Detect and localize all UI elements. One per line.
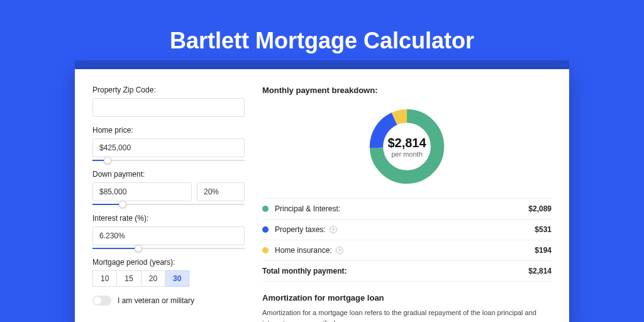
down-payment-field: Down payment: xyxy=(92,170,245,205)
dot-icon xyxy=(262,226,269,233)
legend-row-taxes: Property taxes: ? $531 xyxy=(262,219,552,240)
donut-chart-wrap: $2,814 per month xyxy=(262,101,552,198)
legend: Principal & Interest: $2,089 Property ta… xyxy=(262,198,552,282)
info-icon[interactable]: ? xyxy=(336,247,343,254)
zip-label: Property Zip Code: xyxy=(92,86,245,94)
page-title: Bartlett Mortgage Calculator xyxy=(0,0,644,69)
down-payment-pct-input[interactable] xyxy=(197,182,245,201)
period-field: Mortgage period (years): 10 15 20 30 xyxy=(92,258,245,287)
legend-value: $531 xyxy=(535,225,552,234)
home-price-field: Home price: xyxy=(92,126,245,161)
zip-field: Property Zip Code: xyxy=(92,86,245,117)
rate-slider[interactable] xyxy=(92,248,245,249)
zip-input[interactable] xyxy=(92,98,245,117)
home-price-input[interactable] xyxy=(92,138,245,157)
home-price-slider[interactable] xyxy=(92,160,245,161)
calculator-card: Property Zip Code: Home price: Down paym… xyxy=(75,69,569,322)
legend-row-total: Total monthly payment: $2,814 xyxy=(262,261,552,282)
amortization-title: Amortization for mortgage loan xyxy=(262,293,552,303)
legend-label: Principal & Interest: xyxy=(275,204,528,213)
period-10[interactable]: 10 xyxy=(92,270,117,287)
form-panel: Property Zip Code: Home price: Down paym… xyxy=(92,86,245,322)
period-group: 10 15 20 30 xyxy=(92,270,245,287)
legend-total-label: Total monthly payment: xyxy=(262,267,528,275)
info-icon[interactable]: ? xyxy=(330,226,337,233)
donut-center-value: $2,814 xyxy=(387,136,426,150)
legend-label: Property taxes: ? xyxy=(275,225,535,234)
dot-icon xyxy=(262,206,269,212)
down-payment-label: Down payment: xyxy=(92,170,245,179)
veteran-row: I am veteran or military xyxy=(92,296,245,306)
donut-center-sub: per month xyxy=(391,150,423,158)
period-20[interactable]: 20 xyxy=(142,270,165,287)
period-30[interactable]: 30 xyxy=(165,270,189,287)
period-15[interactable]: 15 xyxy=(117,270,141,287)
breakdown-panel: Monthly payment breakdown: $2,814 per mo… xyxy=(262,86,552,322)
breakdown-title: Monthly payment breakdown: xyxy=(262,86,552,95)
legend-row-insurance: Home insurance: ? $194 xyxy=(262,240,552,261)
down-payment-slider[interactable] xyxy=(92,204,245,205)
card-shadow xyxy=(75,60,569,69)
amortization-text: Amortization for a mortgage loan refers … xyxy=(262,308,552,322)
rate-input[interactable] xyxy=(92,226,245,245)
veteran-label: I am veteran or military xyxy=(118,296,194,305)
donut-chart: $2,814 per month xyxy=(367,106,447,187)
legend-label: Home insurance: ? xyxy=(275,246,535,255)
rate-field: Interest rate (%): xyxy=(92,214,245,249)
rate-label: Interest rate (%): xyxy=(92,214,245,223)
home-price-label: Home price: xyxy=(92,126,245,135)
veteran-toggle[interactable] xyxy=(92,296,111,306)
legend-value: $194 xyxy=(535,246,552,255)
legend-value: $2,089 xyxy=(528,204,552,213)
down-payment-input[interactable] xyxy=(92,182,192,201)
period-label: Mortgage period (years): xyxy=(92,258,245,267)
legend-row-principal: Principal & Interest: $2,089 xyxy=(262,199,552,219)
dot-icon xyxy=(262,247,269,253)
legend-total-value: $2,814 xyxy=(528,267,552,275)
